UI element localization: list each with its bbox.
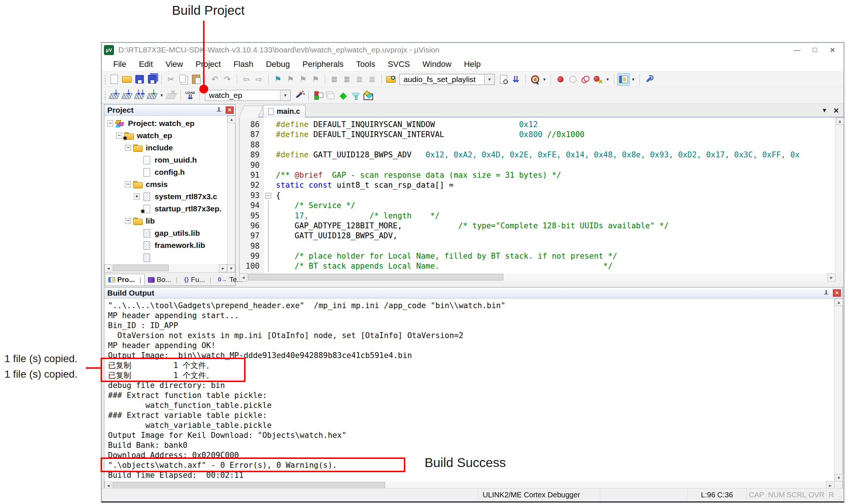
translate-file-button[interactable]	[108, 89, 121, 102]
paste-button[interactable]	[190, 73, 202, 86]
save-button[interactable]	[133, 73, 146, 86]
copy-button[interactable]	[177, 73, 190, 86]
tab-main-c[interactable]: main.c	[263, 105, 305, 118]
indent-right-button[interactable]: ≣	[328, 73, 341, 86]
build-target-button[interactable]	[121, 89, 133, 102]
tree-expander-icon[interactable]: −	[107, 120, 113, 126]
menu-window[interactable]: Window	[416, 57, 457, 71]
target-select-combo[interactable]: watch_ep▾	[205, 90, 291, 101]
configuration-wrench-button[interactable]	[643, 73, 655, 86]
menu-edit[interactable]: Edit	[132, 57, 159, 71]
menu-tools[interactable]: Tools	[350, 57, 381, 71]
batch-build-button[interactable]	[146, 89, 158, 102]
menu-file[interactable]: File	[107, 57, 132, 71]
debug-query-button[interactable]	[529, 73, 541, 86]
toolbar-grip[interactable]	[104, 91, 107, 100]
tree-item-config-h[interactable]: config.h	[104, 166, 227, 178]
panel-tab-pro[interactable]: Pro...|	[105, 274, 145, 286]
minimize-button[interactable]: —	[788, 44, 806, 56]
project-panel-close-icon[interactable]: ✕	[226, 106, 234, 114]
tree-item-framework-lib[interactable]: framework.lib	[104, 239, 227, 251]
scrollbar-thumb[interactable]	[113, 265, 169, 271]
tree-item-system-rtl87x3-c[interactable]: +system_rtl87x3.c	[104, 190, 227, 202]
scroll-down-icon[interactable]: ▼	[835, 474, 843, 481]
toolbar-grip[interactable]	[104, 75, 107, 84]
tree-item-lib[interactable]: −lib	[104, 215, 227, 227]
kill-all-breakpoints-button[interactable]	[592, 73, 604, 86]
insert-breakpoint-button[interactable]	[554, 73, 567, 86]
project-windows-dropdown[interactable]: ▾	[630, 73, 636, 86]
bookmark-toggle-button[interactable]: ⚑	[271, 73, 284, 86]
breakpoints-dropdown[interactable]: ▾	[604, 73, 611, 86]
scroll-up-icon[interactable]: ▲	[835, 299, 843, 306]
new-file-button[interactable]	[108, 73, 121, 86]
manage-run-time-environment-button[interactable]	[337, 89, 349, 102]
undo-button[interactable]: ↶	[209, 73, 221, 86]
navigate-forward-button[interactable]: ⇨	[253, 73, 265, 86]
scroll-down-icon[interactable]: ▼	[227, 264, 235, 272]
build-output-vertical-scrollbar[interactable]: ▲ ▼	[834, 299, 842, 481]
menu-peripherals[interactable]: Peripherals	[296, 57, 350, 71]
tree-item-cmsis[interactable]: −cmsis	[104, 178, 227, 190]
comment-button[interactable]: ≣	[353, 73, 366, 86]
editor-close-document-icon[interactable]: ✕	[833, 106, 839, 115]
panel-tab-bo[interactable]: Bo...|	[145, 274, 181, 286]
build-output-log[interactable]: "..\..\..\tool\Gadgets\prepend_header.ex…	[104, 299, 834, 481]
tree-expander-icon[interactable]: −	[125, 145, 131, 151]
cut-button[interactable]: ✂	[165, 73, 177, 86]
maximize-button[interactable]: □	[806, 44, 824, 56]
pack-installer-button[interactable]	[362, 89, 375, 102]
select-software-packs-button[interactable]	[349, 89, 362, 102]
scroll-up-icon[interactable]: ▲	[227, 116, 236, 123]
code-editor[interactable]: 86#define DEFAULT_INQUIRYSCAN_WINDOW 0x1…	[239, 118, 835, 273]
resize-grip[interactable]: .::	[836, 488, 844, 501]
scrollbar-thumb[interactable]	[835, 299, 835, 299]
scrollbar-thumb[interactable]	[113, 482, 385, 488]
tree-item-watch-ep[interactable]: −✱watch_ep	[104, 129, 227, 142]
bookmark-next-button[interactable]: ⚑	[297, 73, 309, 86]
tree-expander-icon[interactable]: −	[125, 181, 131, 187]
menu-debug[interactable]: Debug	[260, 57, 296, 71]
find-in-document-button[interactable]	[497, 73, 510, 86]
menu-flash[interactable]: Flash	[227, 57, 260, 71]
editor-tab-list-dropdown-icon[interactable]: ▼	[821, 107, 827, 114]
target-select-combo-dropdown-icon[interactable]: ▾	[280, 90, 290, 101]
pin-icon[interactable]	[215, 106, 223, 114]
editor-horizontal-scrollbar[interactable]: ◄ ►	[239, 273, 835, 282]
project-tree-horizontal-scrollbar[interactable]: ◄ ► ▼	[104, 264, 235, 272]
scroll-left-icon[interactable]: ◄	[104, 264, 112, 272]
scrollbar-thumb[interactable]	[227, 116, 228, 116]
options-for-target-button[interactable]	[293, 89, 305, 102]
redo-button[interactable]: ↷	[221, 73, 234, 86]
uncomment-button[interactable]: ≣	[366, 73, 378, 86]
incremental-find-button[interactable]	[510, 73, 522, 86]
scroll-left-icon[interactable]: ◄	[239, 273, 247, 282]
open-file-button[interactable]	[121, 73, 133, 86]
find-text-combo[interactable]: audio_fs_set_playlist▾	[399, 74, 495, 85]
tree-item-gap-utils-lib[interactable]: gap_utils.lib	[104, 227, 227, 239]
scrollbar-track[interactable]	[112, 264, 219, 272]
stop-build-button[interactable]	[165, 89, 178, 102]
scrollbar-thumb[interactable]	[248, 274, 503, 280]
menu-view[interactable]: View	[159, 57, 189, 71]
panel-tab-fu[interactable]: {}Fu...|	[181, 274, 215, 286]
fold-collapse-icon[interactable]: −	[266, 193, 271, 198]
bookmark-prev-button[interactable]: ⚑	[284, 73, 297, 86]
scrollbar-track[interactable]	[247, 273, 827, 282]
editor-vertical-scrollbar[interactable]: ▲	[835, 118, 844, 273]
scrollbar-thumb[interactable]	[836, 118, 837, 118]
menu-svcs[interactable]: SVCS	[381, 57, 416, 71]
navigate-back-button[interactable]: ⇦	[240, 73, 253, 86]
find-text-combo-dropdown-icon[interactable]: ▾	[484, 74, 494, 85]
disable-breakpoint-button[interactable]	[567, 73, 579, 86]
project-tree[interactable]: −Project: watch_ep−✱watch_ep−includerom_…	[104, 116, 227, 264]
project-tree-vertical-scrollbar[interactable]: ▲	[227, 116, 235, 264]
tree-expander-icon[interactable]: +	[134, 194, 140, 200]
pin-icon[interactable]	[823, 289, 830, 297]
close-button[interactable]: ✕	[824, 44, 841, 56]
tree-item-include[interactable]: −include	[104, 142, 227, 154]
project-windows-button[interactable]	[617, 73, 630, 86]
scroll-right-icon[interactable]: ►	[219, 264, 227, 272]
rebuild-all-button[interactable]	[133, 89, 146, 102]
tree-item-startup-rtl87x3ep-[interactable]: ✱startup_rtl87x3ep.	[104, 202, 227, 215]
